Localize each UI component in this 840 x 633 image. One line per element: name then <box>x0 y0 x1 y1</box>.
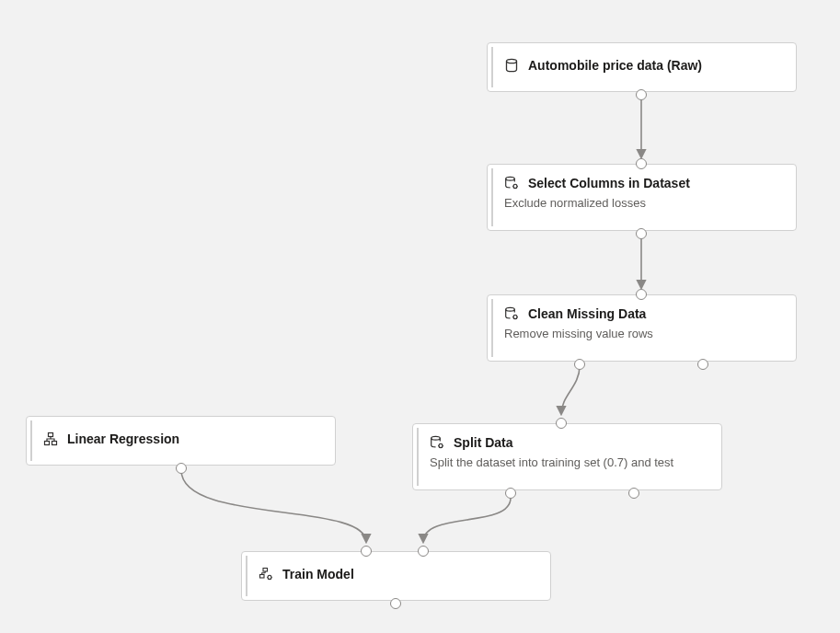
port-out[interactable] <box>636 89 647 100</box>
database-gear-icon <box>504 176 519 190</box>
node-subtitle: Exclude normalized losses <box>488 196 796 221</box>
svg-rect-11 <box>260 575 265 579</box>
port-in[interactable] <box>556 418 567 429</box>
port-out[interactable] <box>390 598 401 609</box>
port-out[interactable] <box>636 228 647 239</box>
svg-point-0 <box>507 59 517 63</box>
node-title: Train Model <box>282 567 354 581</box>
node-data-source[interactable]: Automobile price data (Raw) <box>487 42 797 92</box>
node-title: Clean Missing Data <box>528 306 646 321</box>
svg-rect-9 <box>52 442 57 445</box>
node-accent <box>246 556 247 596</box>
database-gear-icon <box>430 435 444 450</box>
node-select-columns[interactable]: Select Columns in Dataset Exclude normal… <box>487 164 797 231</box>
node-accent <box>491 168 493 226</box>
module-icon <box>43 432 58 446</box>
node-split-data[interactable]: Split Data Split the dataset into traini… <box>412 423 722 490</box>
svg-rect-7 <box>49 433 53 437</box>
svg-point-3 <box>506 307 515 311</box>
database-icon <box>504 58 519 73</box>
node-subtitle: Split the dataset into training set (0.7… <box>413 455 721 480</box>
node-accent <box>417 428 419 486</box>
node-clean-missing[interactable]: Clean Missing Data Remove missing value … <box>487 294 797 362</box>
port-out[interactable] <box>176 463 187 474</box>
port-out-left[interactable] <box>574 359 585 370</box>
port-out-right[interactable] <box>697 359 708 370</box>
node-subtitle: Remove missing value rows <box>488 327 796 351</box>
node-accent <box>491 47 493 87</box>
svg-point-5 <box>432 436 441 440</box>
port-out-left[interactable] <box>505 488 516 499</box>
port-in[interactable] <box>636 289 647 300</box>
node-accent <box>491 299 493 357</box>
node-title: Automobile price data (Raw) <box>528 58 702 73</box>
node-title: Select Columns in Dataset <box>528 176 690 190</box>
node-train-model[interactable]: Train Model <box>241 551 551 601</box>
port-in-right[interactable] <box>418 546 429 557</box>
svg-rect-8 <box>45 442 50 445</box>
svg-rect-10 <box>263 569 268 572</box>
port-out-right[interactable] <box>628 488 639 499</box>
port-in-left[interactable] <box>361 546 372 557</box>
node-linear-regression[interactable]: Linear Regression <box>26 416 336 466</box>
pipeline-canvas[interactable]: Automobile price data (Raw) Select Colum… <box>0 0 840 633</box>
node-title: Split Data <box>454 435 513 450</box>
svg-point-1 <box>506 177 515 180</box>
port-in[interactable] <box>636 158 647 169</box>
node-accent <box>30 420 32 461</box>
module-gear-icon <box>259 567 273 581</box>
node-title: Linear Regression <box>67 432 179 446</box>
database-gear-icon <box>504 306 519 321</box>
